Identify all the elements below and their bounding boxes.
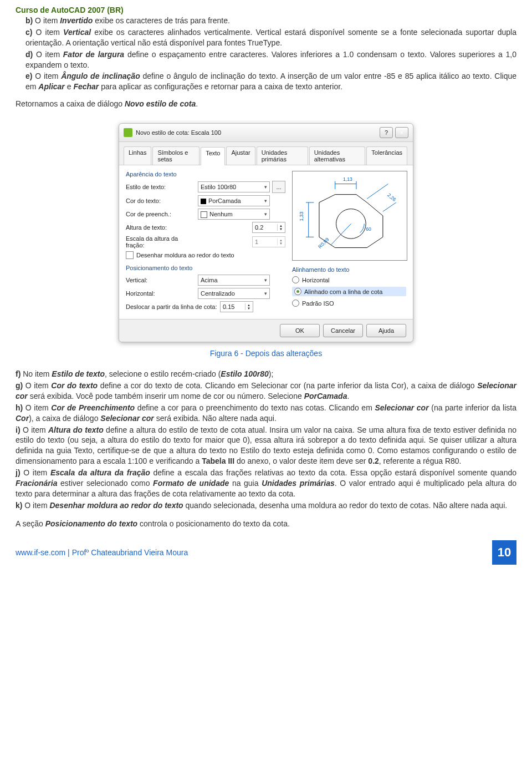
tab-simbolos-setas[interactable]: Símbolos e setas bbox=[152, 146, 200, 165]
paragraph-f: f) No item Estilo de texto, selecione o … bbox=[16, 369, 516, 379]
item-c-prefix: c) bbox=[25, 28, 36, 37]
tab-unidades-primarias[interactable]: Unidades primárias bbox=[257, 146, 308, 165]
t: , referente a régua R80. bbox=[379, 457, 462, 465]
section-alinhamento: Alinhamento do texto bbox=[292, 266, 406, 273]
t: estiver selecionado como bbox=[57, 479, 153, 488]
t: ); bbox=[269, 369, 274, 378]
checkbox-moldura-label: Desenhar moldura ao redor do texto bbox=[136, 252, 234, 258]
tab-linhas[interactable]: Linhas bbox=[124, 146, 151, 165]
spinner-arrows-icon[interactable]: ▲▼ bbox=[277, 224, 283, 231]
row-cor-preench: Cor de preench.: Nenhum bbox=[126, 209, 285, 220]
label-altura-texto: Altura de texto: bbox=[126, 224, 198, 231]
radio-alinhado-label: Alinhado com a linha de cota bbox=[304, 288, 382, 295]
paragraph-b: b) O item Invertido exibe os caracteres … bbox=[25, 16, 516, 26]
spinner-altura-texto[interactable]: 0.2▲▼ bbox=[252, 222, 285, 233]
row-escala-fracao: Escala da altura da fração: 1▲▼ bbox=[126, 235, 285, 248]
item-i-prefix: i) bbox=[16, 425, 23, 434]
row-deslocar: Deslocar a partir da linha de cota: 0.15… bbox=[126, 301, 285, 312]
paragraph-d: d) O item Fator de largura define o espa… bbox=[25, 49, 516, 70]
tab-ajustar[interactable]: Ajustar bbox=[226, 146, 255, 165]
label-cor-preench: Cor de preench.: bbox=[126, 211, 198, 217]
select-cor-texto[interactable]: PorCamada bbox=[198, 195, 270, 206]
section-aparencia: Aparência do texto bbox=[126, 171, 285, 178]
t: será exibida. Você pode também inserir u… bbox=[28, 392, 304, 400]
t: controla o posicionamento do texto da co… bbox=[137, 519, 290, 528]
escala-altura-fracao: Escala da altura da fração bbox=[50, 468, 150, 477]
t: quando selecionada, desenha uma moldura … bbox=[183, 501, 508, 510]
paragraph-g: g) O item Cor do texto define a cor do t… bbox=[16, 381, 516, 402]
tab-unidades-alternativas[interactable]: Unidades alternativas bbox=[309, 146, 366, 165]
ok-button[interactable]: OK bbox=[280, 324, 320, 337]
dialog-novo-estilo-cota: Novo estilo de cota: Escala 100 ? × Linh… bbox=[119, 123, 413, 342]
row-vertical: Vertical: Acima bbox=[126, 275, 285, 286]
spinner-fracao-value: 1 bbox=[255, 239, 258, 245]
preview-dim-diag: 2,26 bbox=[386, 192, 397, 203]
label-estilo-texto: Estilo de texto: bbox=[126, 184, 198, 190]
paragraph-i: i) O item Altura do texto define a altur… bbox=[16, 425, 516, 467]
preview-dim-left: 1,33 bbox=[299, 212, 304, 221]
tab-texto[interactable]: Texto bbox=[201, 147, 225, 165]
page-number-badge: 10 bbox=[492, 540, 516, 565]
dialog-footer: OK Cancelar Ajuda bbox=[119, 319, 413, 342]
spinner-escala-fracao: 1▲▼ bbox=[252, 236, 285, 247]
novo-estilo-cota: Novo estilo de cota bbox=[125, 99, 196, 108]
t: e bbox=[65, 82, 74, 91]
aplicar: Aplicar bbox=[38, 82, 64, 91]
radio-icon[interactable] bbox=[292, 276, 299, 283]
item-k-prefix: k) bbox=[16, 501, 24, 510]
item-f-prefix: f) bbox=[16, 369, 23, 378]
close-button[interactable]: × bbox=[395, 127, 408, 138]
label-cor-texto: Cor do texto: bbox=[126, 197, 198, 204]
t: Retornamos a caixa de diálogo bbox=[16, 99, 125, 108]
radio-icon[interactable] bbox=[294, 288, 301, 295]
paragraph-return: Retornamos a caixa de diálogo Novo estil… bbox=[16, 99, 516, 109]
radio-alinhado-cota[interactable]: Alinhado com a linha de cota bbox=[292, 287, 406, 296]
cor: Cor bbox=[16, 414, 29, 423]
app-icon bbox=[124, 128, 132, 137]
t: O item bbox=[25, 403, 52, 412]
checkbox-icon[interactable] bbox=[126, 251, 134, 259]
help-button-footer[interactable]: Ajuda bbox=[366, 324, 406, 337]
spinner-deslocar[interactable]: 0.15▲▼ bbox=[220, 301, 253, 312]
item-h-prefix: h) bbox=[16, 403, 25, 412]
valor-02: 0.2 bbox=[368, 457, 378, 465]
t: O item bbox=[35, 16, 60, 25]
t: , selecione o estilo recém-criado ( bbox=[105, 369, 221, 378]
dialog-body: Aparência do texto Estilo de texto: Esti… bbox=[119, 165, 413, 319]
t: exibe os caracteres alinhados verticalme… bbox=[25, 28, 516, 47]
paragraph-c: c) O item Vertical exibe os caracteres a… bbox=[25, 27, 516, 48]
fechar: Fechar bbox=[73, 82, 99, 91]
swatch-none bbox=[201, 211, 207, 218]
paragraph-secao: A seção Posicionamento do texto controla… bbox=[16, 519, 516, 529]
t: na guia bbox=[229, 479, 262, 488]
select-estilo-texto[interactable]: Estilo 100r80 bbox=[198, 181, 270, 192]
radio-icon[interactable] bbox=[292, 300, 299, 307]
select-vertical[interactable]: Acima bbox=[198, 275, 270, 286]
item-d-prefix: d) bbox=[25, 50, 36, 59]
estilo-texto: Estilo de texto bbox=[52, 369, 105, 378]
select-cor-preench[interactable]: Nenhum bbox=[198, 209, 270, 220]
t: do anexo, o valor deste item deve ser bbox=[234, 457, 368, 465]
tab-tolerancias[interactable]: Tolerâncias bbox=[366, 146, 407, 165]
help-button[interactable]: ? bbox=[380, 127, 393, 138]
cor-texto: Cor do texto bbox=[51, 381, 98, 390]
radio-padrao-iso[interactable]: Padrão ISO bbox=[292, 300, 406, 307]
row-altura-texto: Altura de texto: 0.2▲▼ bbox=[126, 222, 285, 233]
checkbox-moldura[interactable]: Desenhar moldura ao redor do texto bbox=[126, 251, 285, 259]
figure-caption: Figura 6 - Depois das alterações bbox=[16, 349, 516, 358]
t: No item bbox=[23, 369, 52, 378]
select-horizontal[interactable]: Centralizado bbox=[198, 288, 270, 299]
radio-horizontal[interactable]: Horizontal bbox=[292, 276, 406, 283]
radio-horizontal-label: Horizontal bbox=[302, 277, 330, 283]
cancel-button[interactable]: Cancelar bbox=[323, 324, 363, 337]
t: será exibida. Não altere nada aqui. bbox=[154, 414, 277, 423]
row-horizontal: Horizontal: Centralizado bbox=[126, 288, 285, 299]
page-footer: www.if-se.com | Profº Chateaubriand Viei… bbox=[16, 540, 516, 565]
paragraph-h: h) O item Cor de Preenchimento define a … bbox=[16, 403, 516, 424]
ellipsis-button[interactable]: ... bbox=[272, 181, 285, 193]
cor-preenchimento: Cor de Preenchimento bbox=[51, 403, 135, 412]
spinner-arrows-icon[interactable]: ▲▼ bbox=[245, 303, 250, 310]
selecionar-cor-2: Selecionar cor bbox=[100, 414, 154, 423]
dimension-preview: 1,13 1,33 2,26 60 R0,89 bbox=[292, 171, 407, 261]
spinner-arrows-icon: ▲▼ bbox=[277, 239, 283, 245]
